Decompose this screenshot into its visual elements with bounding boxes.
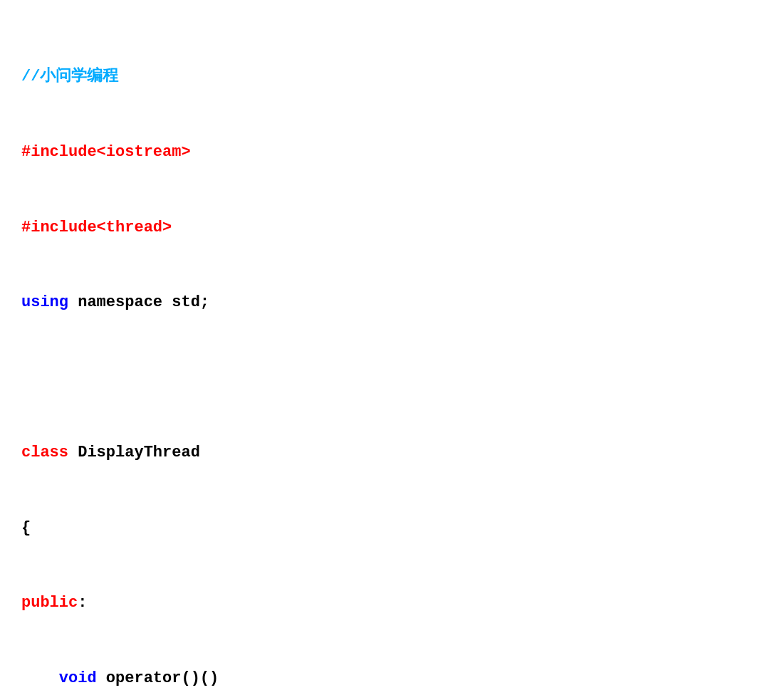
- open-brace-class: {: [21, 519, 31, 537]
- void-indent: [21, 669, 59, 687]
- public-colon: :: [78, 594, 87, 612]
- include2-text: #include<thread>: [21, 219, 172, 236]
- line-open-class: {: [21, 516, 741, 540]
- line-public: public:: [21, 590, 741, 615]
- line-blank1: [21, 365, 741, 390]
- class-keyword: class: [21, 444, 68, 461]
- void-keyword: void: [59, 669, 97, 687]
- line-using: using namespace std;: [21, 290, 741, 315]
- operator-text: operator()(): [97, 669, 219, 687]
- public-keyword: public: [21, 594, 78, 612]
- line-include2: #include<thread>: [21, 215, 741, 240]
- line-include1: #include<iostream>: [21, 140, 741, 164]
- line-void-op: void operator()(): [21, 666, 741, 691]
- using-rest: namespace std;: [68, 293, 209, 311]
- include1-text: #include<iostream>: [21, 143, 191, 161]
- using-keyword: using: [21, 293, 68, 311]
- class-name: DisplayThread: [68, 444, 200, 461]
- line-class-decl: class DisplayThread: [21, 440, 741, 465]
- code-container: //小问学编程 #include<iostream> #include<thre…: [21, 14, 741, 700]
- line-comment: //小问学编程: [21, 64, 741, 89]
- comment-text: //小问学编程: [21, 68, 118, 85]
